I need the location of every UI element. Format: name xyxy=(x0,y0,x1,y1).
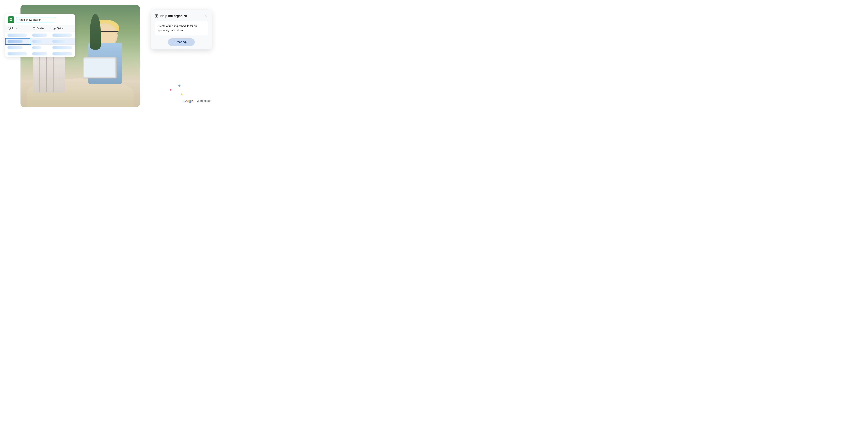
help-me-organize-panel: Help me organize × Create a tracking sch… xyxy=(151,10,212,49)
svg-rect-13 xyxy=(157,15,158,16)
main-container: To do Due by Status xyxy=(0,0,217,107)
svg-rect-12 xyxy=(155,15,156,16)
table-row[interactable] xyxy=(5,38,75,45)
cell-status-2 xyxy=(50,38,75,45)
spreadsheet-name-input[interactable] xyxy=(16,17,55,22)
sparkle-blue-right xyxy=(178,84,181,87)
table-row xyxy=(5,45,75,51)
table-header-row: To do Due by Status xyxy=(5,25,75,32)
google-workspace-branding: Google Workspace xyxy=(183,99,211,103)
cell-status-4 xyxy=(50,51,75,57)
cell-dueby-3 xyxy=(30,45,50,51)
spreadsheet-title-bar xyxy=(5,14,75,25)
table-row xyxy=(5,51,75,57)
sheets-icon xyxy=(8,17,14,23)
help-panel-prompt: Create a tracking schedule for an upcomi… xyxy=(155,21,208,35)
google-logo: Google xyxy=(183,99,195,103)
close-button[interactable]: × xyxy=(203,13,208,18)
sparkle-pink-bottom xyxy=(169,89,172,92)
svg-rect-2 xyxy=(169,89,172,91)
svg-point-1 xyxy=(178,85,181,87)
cell-todo-3 xyxy=(5,45,30,51)
workspace-text: Workspace xyxy=(197,99,211,103)
cell-status-1 xyxy=(50,32,75,38)
cell-todo-1 xyxy=(5,32,30,38)
help-panel-title: Help me organize xyxy=(155,14,187,18)
svg-rect-10 xyxy=(33,27,35,29)
cell-todo-2[interactable] xyxy=(5,38,30,45)
svg-text:Google: Google xyxy=(183,99,193,103)
cell-dueby-2 xyxy=(30,38,50,45)
table-row xyxy=(5,32,75,38)
col-header-due-by: Due by xyxy=(30,25,50,32)
spreadsheet-table: To do Due by Status xyxy=(5,25,75,57)
col-header-status: Status xyxy=(50,25,75,32)
svg-rect-15 xyxy=(157,16,158,17)
col-header-todo: To do xyxy=(5,25,30,32)
sparkle-gold-bottom xyxy=(180,92,184,97)
svg-rect-6 xyxy=(10,20,11,20)
cell-dueby-1 xyxy=(30,32,50,38)
svg-rect-14 xyxy=(155,16,156,17)
cell-todo-4 xyxy=(5,51,30,57)
help-panel-header: Help me organize × xyxy=(155,13,208,18)
cell-dueby-4 xyxy=(30,51,50,57)
creating-button[interactable]: Creating... xyxy=(168,38,195,46)
organize-icon xyxy=(155,14,159,18)
cell-status-3 xyxy=(50,45,75,51)
spreadsheet-widget: To do Due by Status xyxy=(5,14,75,57)
